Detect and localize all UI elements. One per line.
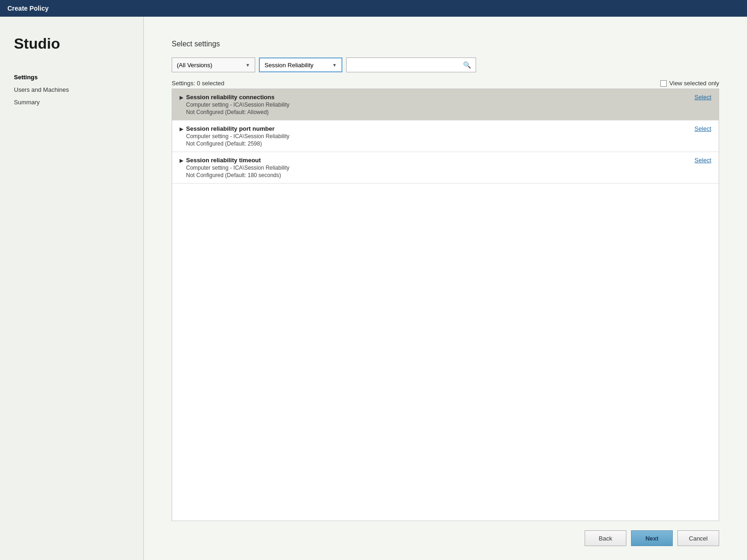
search-icon: 🔍 — [463, 61, 471, 69]
category-dropdown-arrow: ▼ — [332, 63, 337, 68]
next-button[interactable]: Next — [631, 530, 673, 546]
setting-status-port: Not Configured (Default: 2598) — [186, 140, 290, 147]
version-dropdown-value: (All Versions) — [177, 62, 213, 69]
filters-row: (All Versions) ▼ Session Reliability ▼ 🔍 — [172, 57, 719, 72]
sidebar-item-users-and-machines[interactable]: Users and Machines — [14, 83, 129, 96]
title-bar: Create Policy — [0, 0, 747, 17]
setting-row-connections: ▶ Session reliability connections Comput… — [172, 89, 719, 121]
setting-name-timeout: Session reliability timeout — [186, 157, 290, 164]
category-dropdown-value: Session Reliability — [264, 62, 314, 69]
view-selected-label: View selected only — [670, 80, 719, 87]
setting-desc-connections: Computer setting - ICA\Session Reliabili… — [186, 102, 290, 108]
title-bar-text: Create Policy — [7, 5, 49, 12]
setting-info-timeout: Session reliability timeout Computer set… — [186, 157, 290, 178]
sidebar-item-summary[interactable]: Summary — [14, 96, 129, 108]
setting-desc-timeout: Computer setting - ICA\Session Reliabili… — [186, 165, 290, 171]
setting-row-timeout: ▶ Session reliability timeout Computer s… — [172, 152, 719, 184]
back-button[interactable]: Back — [585, 530, 626, 546]
expand-arrow-timeout[interactable]: ▶ — [180, 158, 183, 164]
version-dropdown[interactable]: (All Versions) ▼ — [172, 57, 255, 72]
sidebar-item-settings[interactable]: Settings — [14, 71, 129, 83]
sidebar: Studio Settings Users and Machines Summa… — [0, 17, 144, 560]
settings-list: ▶ Session reliability connections Comput… — [172, 89, 719, 521]
setting-info-port: Session reliability port number Computer… — [186, 125, 290, 147]
footer-area: Back Next Cancel — [172, 521, 719, 546]
settings-count-row: Settings: 0 selected View selected only — [172, 80, 719, 87]
settings-count: Settings: 0 selected — [172, 80, 224, 87]
setting-left-connections: ▶ Session reliability connections Comput… — [180, 94, 687, 115]
sidebar-title: Studio — [14, 35, 129, 52]
view-selected-checkbox[interactable] — [660, 80, 667, 87]
cancel-button[interactable]: Cancel — [677, 530, 719, 546]
setting-info-connections: Session reliability connections Computer… — [186, 94, 290, 115]
category-dropdown[interactable]: Session Reliability ▼ — [259, 57, 342, 72]
main-container: Studio Settings Users and Machines Summa… — [0, 17, 747, 560]
select-link-connections[interactable]: Select — [695, 94, 711, 101]
section-title: Select settings — [172, 40, 719, 48]
setting-name-port: Session reliability port number — [186, 125, 290, 132]
search-box-container: 🔍 — [346, 57, 476, 72]
select-link-port[interactable]: Select — [695, 125, 711, 132]
search-input[interactable] — [351, 62, 463, 69]
select-link-timeout[interactable]: Select — [695, 157, 711, 164]
setting-row-port: ▶ Session reliability port number Comput… — [172, 121, 719, 152]
setting-left-port: ▶ Session reliability port number Comput… — [180, 125, 687, 147]
setting-desc-port: Computer setting - ICA\Session Reliabili… — [186, 133, 290, 140]
view-selected-container: View selected only — [660, 80, 719, 87]
setting-status-timeout: Not Configured (Default: 180 seconds) — [186, 172, 290, 178]
version-dropdown-arrow: ▼ — [245, 63, 250, 68]
setting-status-connections: Not Configured (Default: Allowed) — [186, 109, 290, 115]
content-area: Select settings (All Versions) ▼ Session… — [144, 17, 747, 560]
setting-left-timeout: ▶ Session reliability timeout Computer s… — [180, 157, 687, 178]
expand-arrow-connections[interactable]: ▶ — [180, 95, 183, 101]
expand-arrow-port[interactable]: ▶ — [180, 126, 183, 132]
setting-name-connections: Session reliability connections — [186, 94, 290, 101]
